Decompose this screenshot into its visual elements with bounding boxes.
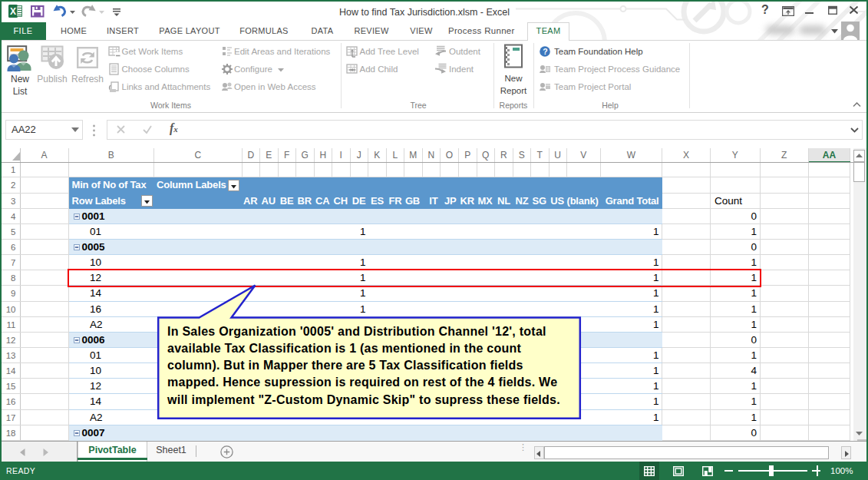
svg-text:?: ? — [543, 47, 547, 56]
